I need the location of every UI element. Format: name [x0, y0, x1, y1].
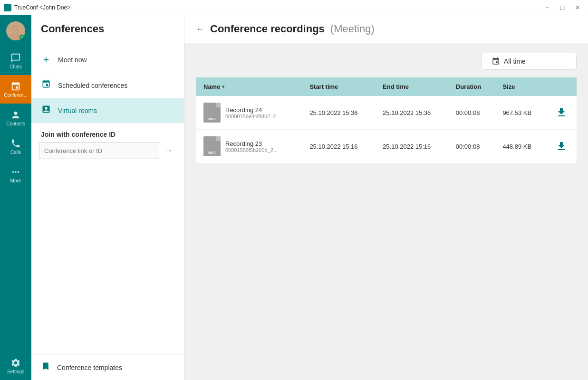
col-actions [546, 77, 577, 96]
app-body: Chats Conferen... Contacts Calls More [0, 15, 588, 380]
calendar-icon [41, 79, 51, 89]
file-name-1: Recording 23 [225, 140, 278, 147]
conference-id-submit-button[interactable]: → [161, 142, 176, 159]
download-icon-0 [556, 107, 567, 118]
main-title: Conference recordings [210, 23, 325, 35]
sidebar-item-contacts[interactable]: Contacts [0, 104, 31, 132]
virtual-rooms-label: Virtual rooms [58, 107, 97, 114]
nav-rail: Chats Conferen... Contacts Calls More [0, 15, 31, 380]
table-row: MKV Recording 23 00001586f5b200d_2... 25… [196, 130, 577, 163]
sidebar-item-conferences[interactable]: Conferen... [0, 75, 31, 104]
file-icon-1: MKV [203, 136, 221, 156]
sidebar-item-more[interactable]: More [0, 161, 31, 189]
calls-label: Calls [10, 150, 21, 155]
scheduled-icon [41, 79, 51, 91]
cell-duration-1: 00:00:08 [448, 130, 495, 163]
templates-label: Conference templates [57, 364, 122, 371]
cell-start-1: 25.10.2022 15:16 [302, 130, 375, 163]
titlebar-app-info: TrueConf <John Doe> [4, 4, 70, 11]
meet-now-label: Meet now [58, 56, 87, 64]
sidebar: Conferences + Meet now Scheduled confere… [31, 15, 184, 380]
calls-icon [10, 138, 21, 149]
sidebar-footer-templates[interactable]: Conference templates [31, 354, 184, 380]
col-size: Size [495, 77, 546, 96]
titlebar-controls: − □ × [540, 1, 584, 14]
col-name: Name ▾ [196, 77, 302, 96]
rooms-icon [41, 104, 51, 114]
app-title: TrueConf <John Doe> [14, 4, 70, 11]
sort-icon: ▾ [222, 84, 224, 89]
recordings-table: Name ▾ Start time End time Duration Size [196, 77, 577, 163]
file-info-0: Recording 24 0000015be4cf8862_2... [225, 106, 280, 119]
join-conference-row: → [31, 142, 184, 167]
conferences-icon [10, 81, 21, 92]
svg-rect-4 [215, 103, 220, 107]
download-button-0[interactable] [553, 107, 569, 118]
col-end-time: End time [375, 77, 448, 96]
nav-bottom: Settings [0, 352, 31, 380]
sidebar-item-settings[interactable]: Settings [0, 352, 31, 380]
download-button-1[interactable] [553, 141, 569, 152]
join-section-label: Join with conference ID [31, 123, 184, 142]
scheduled-label: Scheduled conferences [58, 82, 127, 89]
maximize-button[interactable]: □ [556, 1, 569, 14]
file-id-0: 0000015be4cf8862_2... [225, 114, 280, 119]
minimize-button[interactable]: − [540, 1, 554, 14]
conference-id-input[interactable] [39, 142, 159, 159]
filter-label: All time [504, 57, 526, 65]
conferences-label: Conferen... [4, 93, 27, 98]
cell-name-0: MKV Recording 24 0000015be4cf8862_2... [196, 96, 302, 130]
cell-size-1: 448.89 KB [495, 130, 546, 163]
main-content: ← Conference recordings (Meeting) All ti… [184, 15, 588, 380]
sidebar-menu: + Meet now Scheduled conferences [31, 43, 184, 354]
file-info-1: Recording 23 00001586f5b200d_2... [225, 140, 278, 153]
file-id-1: 00001586f5b200d_2... [225, 147, 278, 153]
main-title-sub: (Meeting) [330, 23, 375, 35]
chats-label: Chats [10, 64, 22, 69]
sidebar-item-calls[interactable]: Calls [0, 132, 31, 161]
cell-end-0: 25.10.2022 15:36 [375, 96, 448, 130]
sidebar-item-virtual-rooms[interactable]: Virtual rooms [31, 98, 184, 123]
cell-size-0: 967.53 KB [495, 96, 546, 130]
contacts-icon [10, 110, 21, 120]
virtual-rooms-icon [41, 104, 51, 116]
meet-now-icon: + [41, 54, 51, 66]
cell-download-0 [546, 96, 577, 130]
cell-download-1 [546, 130, 577, 163]
templates-icon [41, 361, 50, 373]
svg-rect-7 [215, 136, 220, 141]
file-name-0: Recording 24 [225, 106, 280, 114]
user-avatar-nav[interactable] [0, 15, 31, 47]
chats-icon [10, 53, 21, 63]
file-cell-1: MKV Recording 23 00001586f5b200d_2... [203, 136, 294, 156]
close-button[interactable]: × [571, 1, 584, 14]
back-button[interactable]: ← [196, 24, 204, 34]
more-label: More [10, 178, 21, 183]
main-body: All time Name ▾ Start time End time [184, 43, 588, 380]
sidebar-item-scheduled[interactable]: Scheduled conferences [31, 73, 184, 98]
cell-name-1: MKV Recording 23 00001586f5b200d_2... [196, 130, 302, 163]
cell-end-1: 25.10.2022 15:16 [375, 130, 448, 163]
svg-marker-3 [215, 103, 220, 107]
recordings-tbody: MKV Recording 24 0000015be4cf8862_2... 2… [196, 96, 577, 163]
calendar-filter-icon [492, 57, 500, 66]
avatar [6, 21, 25, 40]
filter-all-time-button[interactable]: All time [482, 53, 577, 70]
bookmark-icon [41, 361, 50, 371]
cell-start-0: 25.10.2022 15:36 [302, 96, 375, 130]
user-status-indicator [19, 35, 24, 39]
sidebar-item-chats[interactable]: Chats [0, 47, 31, 75]
svg-marker-6 [215, 136, 220, 141]
sidebar-item-meet-now[interactable]: + Meet now [31, 47, 184, 73]
file-icon-0: MKV [203, 103, 221, 123]
settings-label: Settings [7, 369, 24, 374]
more-icon [10, 167, 21, 177]
download-icon-1 [556, 141, 567, 152]
col-duration: Duration [448, 77, 495, 96]
contacts-label: Contacts [6, 121, 25, 126]
cell-duration-0: 00:00:08 [448, 96, 495, 130]
table-header: Name ▾ Start time End time Duration Size [196, 77, 577, 96]
app-icon [4, 4, 11, 11]
col-start-time: Start time [302, 77, 375, 96]
file-cell-0: MKV Recording 24 0000015be4cf8862_2... [203, 103, 294, 123]
